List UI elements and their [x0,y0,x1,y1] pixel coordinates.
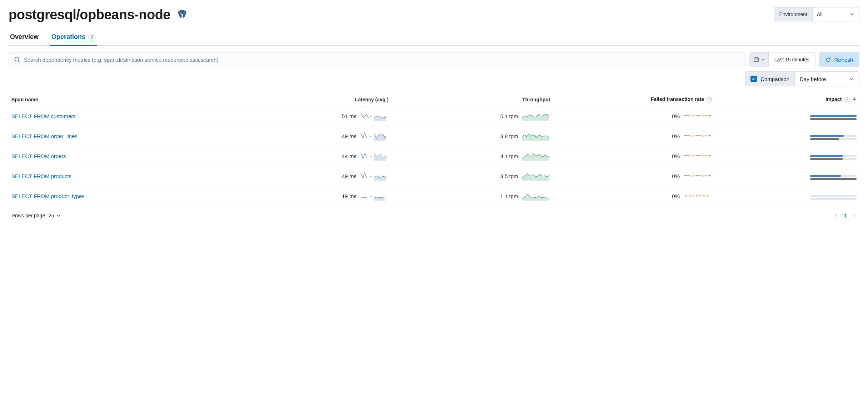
svg-point-8 [370,116,371,117]
search-input-wrapper[interactable] [9,52,746,67]
svg-point-44 [693,195,694,196]
latency-value: 19 ms [342,193,356,199]
page-next[interactable] [852,213,857,218]
postgresql-icon [176,9,188,21]
throughput-sparkline [522,131,550,142]
throughput-sparkline [522,191,550,202]
comparison-selector[interactable]: Comparison Day before [745,71,859,86]
throughput-value: 3.5 tpm [500,173,518,179]
svg-point-9 [385,117,386,118]
svg-point-17 [385,137,386,138]
chevron-down-icon [849,76,854,81]
page-prev[interactable] [834,213,839,218]
svg-point-42 [685,195,687,196]
failed-rate-value: 0% [672,193,680,199]
environment-selector[interactable]: Environment All [774,7,859,21]
impact-bars [810,195,857,200]
tab-overview[interactable]: Overview [9,30,40,46]
svg-point-47 [703,195,705,196]
comparison-checkbox[interactable] [750,76,757,82]
svg-line-3 [18,61,20,62]
span-link[interactable]: SELECT FROM product_types [11,193,85,199]
svg-point-32 [370,176,371,177]
pagination: 1 [834,213,857,218]
info-icon[interactable]: ? [844,97,849,102]
table-row: SELECT FROM products 49 ms 3.5 tpm 0% [9,166,859,186]
failed-rate-value: 0% [672,133,680,139]
tab-operations[interactable]: Operations β [50,30,97,46]
svg-point-37 [703,175,704,176]
latency-sparkline [360,151,389,162]
svg-point-0 [180,12,181,14]
throughput-value: 1.1 tpm [500,193,518,199]
latency-value: 49 ms [342,173,356,179]
svg-point-19 [692,135,693,136]
svg-point-13 [703,115,704,116]
throughput-value: 3.8 tpm [500,133,518,139]
beta-badge: β [88,34,96,41]
info-icon[interactable]: ? [707,97,712,102]
impact-bars [810,135,857,140]
span-link[interactable]: SELECT FROM products [11,173,71,179]
latency-value: 51 ms [342,113,356,119]
date-range-label: Last 15 minutes [769,52,815,67]
chevron-down-icon [850,12,855,17]
failed-rate-sparkline [683,171,712,182]
failed-rate-value: 0% [672,153,680,159]
svg-point-29 [703,155,704,156]
environment-value: All [817,11,823,17]
environment-label: Environment [774,7,813,21]
col-impact[interactable]: Impact ? [715,93,859,106]
svg-point-43 [689,195,690,196]
latency-sparkline [360,131,389,142]
latency-value: 49 ms [342,133,356,139]
failed-rate-value: 0% [672,173,680,179]
chevron-down-icon [761,58,765,61]
svg-point-14 [705,115,707,116]
impact-bars [810,115,857,120]
tabs: Overview Operations β [9,30,859,46]
table-row: SELECT FROM customers 51 ms 5.1 tpm 0% [9,106,859,126]
svg-point-38 [705,175,707,176]
svg-point-41 [385,197,386,198]
throughput-value: 4.1 tpm [500,153,518,159]
search-input[interactable] [24,57,740,63]
col-latency[interactable]: Latency (avg.) [230,93,391,106]
svg-point-11 [692,115,693,116]
date-picker[interactable]: Last 15 minutes [749,52,816,67]
svg-point-25 [385,157,386,158]
operations-table: Span name Latency (avg.) Throughput Fail… [9,93,859,206]
table-row: SELECT FROM orders 44 ms 4.1 tpm 0% [9,146,859,166]
failed-rate-sparkline [683,131,712,142]
chevron-down-icon [56,213,61,218]
impact-bars [810,155,857,160]
svg-point-35 [692,175,693,176]
svg-point-46 [700,195,701,196]
col-span-name[interactable]: Span name [9,93,230,106]
comparison-select[interactable]: Day before [795,72,859,86]
failed-rate-sparkline [683,151,712,162]
svg-point-30 [705,155,707,156]
page-number[interactable]: 1 [844,213,847,218]
table-row: SELECT FROM order_lines 49 ms 3.8 tpm 0% [9,126,859,146]
svg-point-22 [705,135,707,136]
svg-point-27 [692,155,693,156]
svg-point-21 [703,135,704,136]
col-throughput[interactable]: Throughput [391,93,553,106]
comparison-checkbox-wrap[interactable]: Comparison [745,72,795,86]
col-failed-rate[interactable]: Failed transaction rate ? [553,93,715,106]
throughput-sparkline [522,111,550,122]
page-title: postgresql/opbeans-node [9,7,170,22]
refresh-icon [825,57,831,62]
throughput-sparkline [522,171,550,182]
refresh-button[interactable]: Refresh [819,52,859,67]
span-link[interactable]: SELECT FROM order_lines [11,133,78,139]
svg-rect-4 [754,58,758,62]
table-row: SELECT FROM product_types 19 ms 1.1 tpm … [9,186,859,206]
throughput-value: 5.1 tpm [500,113,518,119]
date-picker-button[interactable] [750,52,769,67]
rows-per-page-select[interactable]: Rows per page: 25 [11,213,61,218]
span-link[interactable]: SELECT FROM customers [11,113,76,119]
span-link[interactable]: SELECT FROM orders [11,153,66,159]
failed-rate-sparkline [683,191,712,202]
